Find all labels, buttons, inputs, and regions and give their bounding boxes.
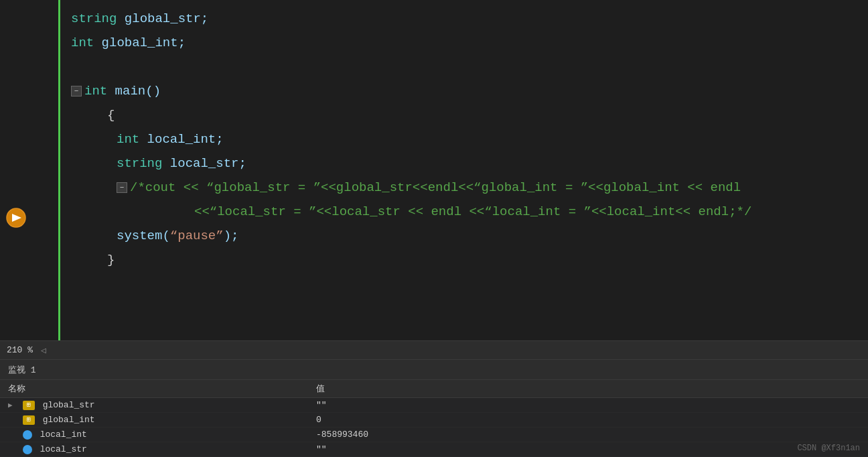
col-header-name: 名称 <box>0 380 308 398</box>
code-text: local_int; <box>139 127 223 151</box>
code-line: string local_str; <box>60 151 868 176</box>
var-name: local_str <box>40 444 87 454</box>
code-text: local_str; <box>162 151 246 176</box>
keyword: string <box>71 7 117 31</box>
var-icon-blue <box>23 430 32 440</box>
watch-row: local_str "" <box>0 442 868 457</box>
collapse-button[interactable]: − <box>117 182 127 193</box>
zoom-level: 210 % <box>7 345 33 355</box>
code-line-current: system(“pause”); <box>60 224 868 248</box>
scroll-indicator: ◁ <box>41 345 46 356</box>
watch-value: "" <box>308 398 868 413</box>
watch-row: ⊞ global_int 0 <box>0 413 868 428</box>
expand-arrow-empty <box>8 416 17 424</box>
watch-name: ▶ ⊞ global_str <box>0 398 308 413</box>
watch-row: local_int -858993460 <box>0 428 868 442</box>
code-line: − /*cout << “global_str = ”<<global_str<… <box>60 176 868 200</box>
watch-header: 监视 1 <box>0 360 868 380</box>
keyword: int <box>84 79 107 103</box>
code-text: system( <box>117 224 170 248</box>
expand-arrow-empty <box>8 431 17 439</box>
var-name: local_int <box>40 430 87 440</box>
watch-table: 名称 值 ▶ ⊞ global_str "" ⊞ global_int <box>0 380 868 457</box>
code-line: int local_int; <box>60 127 868 151</box>
status-bar: 210 % ◁ <box>0 340 868 359</box>
watch-name: local_int <box>0 428 308 442</box>
code-line: <<“local_str = ”<<local_str << endl <<“l… <box>60 200 868 224</box>
watch-value: -858993460 <box>308 428 868 442</box>
col-header-value: 值 <box>308 380 868 398</box>
expand-arrow[interactable]: ▶ <box>8 401 17 409</box>
expand-arrow-empty <box>8 446 17 454</box>
code-comment: <<“local_str = ”<<local_str << endl <<“l… <box>194 200 751 224</box>
watch-value: 0 <box>308 413 868 428</box>
watch-value: "" <box>308 442 868 457</box>
watermark: CSDN @Xf3n1an <box>797 444 860 453</box>
code-text: { <box>94 103 115 127</box>
code-editor: string global_str; int global_int; − int… <box>0 0 868 359</box>
var-name: global_str <box>43 400 95 410</box>
watch-row: ▶ ⊞ global_str "" <box>0 398 868 413</box>
code-line: { <box>60 103 868 127</box>
watch-name: local_str <box>0 442 308 457</box>
var-icon-obj: ⊞ <box>23 401 35 410</box>
var-icon-blue <box>23 445 32 454</box>
var-icon-obj: ⊞ <box>23 415 35 425</box>
code-line: } <box>60 248 868 272</box>
collapse-button[interactable]: − <box>71 86 82 96</box>
code-line: − int main() <box>60 79 868 103</box>
code-text: global_int; <box>94 31 186 55</box>
code-text: global_str; <box>117 7 208 31</box>
keyword: int <box>71 31 94 55</box>
execution-arrow <box>5 207 27 228</box>
var-name: global_int <box>43 415 95 425</box>
watch-name: ⊞ global_int <box>0 413 308 428</box>
code-line: int global_int; <box>60 31 868 55</box>
code-text: ); <box>224 224 239 248</box>
code-lines: string global_str; int global_int; − int… <box>60 0 868 340</box>
code-comment: /*cout << “global_str = ”<<global_str<<e… <box>130 176 741 200</box>
watch-title: 监视 1 <box>8 364 36 376</box>
code-string: “pause” <box>170 224 224 248</box>
code-line-empty <box>60 55 868 79</box>
keyword: string <box>117 151 162 176</box>
keyword: int <box>117 127 139 151</box>
code-line: string global_str; <box>60 7 868 31</box>
gutter <box>0 0 60 340</box>
code-text: main() <box>107 79 161 103</box>
code-text: } <box>94 248 115 272</box>
watch-panel: 监视 1 名称 值 ▶ ⊞ global_str "" <box>0 359 868 457</box>
